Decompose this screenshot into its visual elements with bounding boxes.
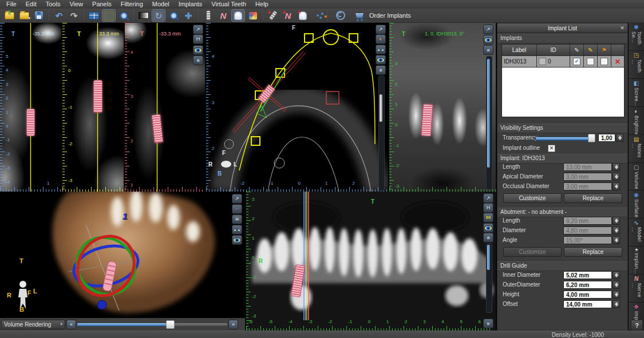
- zoom-select-button[interactable]: [117, 9, 131, 22]
- side-tab-tooth-library[interactable]: ◳Tooth ...: [629, 51, 644, 79]
- implant-outline-checkbox[interactable]: ✕: [548, 145, 555, 152]
- order-implants-button[interactable]: [353, 9, 366, 22]
- volume-slider[interactable]: [77, 323, 227, 326]
- skull-visibility-button[interactable]: ☠: [232, 214, 242, 224]
- transparency-spinner[interactable]: [616, 134, 623, 142]
- slice-indicator-line[interactable]: [157, 23, 157, 192]
- id-checkbox[interactable]: [539, 58, 546, 65]
- slice-step-back-button[interactable]: «: [66, 320, 76, 329]
- implant-screw[interactable]: [26, 109, 35, 136]
- volume-3d-viewport[interactable]: T R F L B 1 ↗ ✂ ☠ ▲▲ Volume Rendering ▾ …: [0, 192, 245, 331]
- menu-item[interactable]: Panels: [88, 0, 116, 9]
- visibility-button[interactable]: [483, 35, 493, 45]
- field-value[interactable]: 14,00 mm: [563, 300, 612, 308]
- field-spinner[interactable]: [613, 300, 620, 308]
- expand-view-button[interactable]: ↗: [376, 25, 386, 34]
- open-button[interactable]: ▾: [17, 9, 31, 22]
- axial-arch-viewport[interactable]: 4321 -2-1012 F F R L B ↗ ◐ ▲▲ «: [206, 23, 388, 192]
- cross-section-viewport-2[interactable]: 0-1-2-3 T 33.3 mm: [62, 23, 124, 192]
- highlighter-icon[interactable]: ✎: [584, 45, 598, 56]
- abutment-replace-button[interactable]: Replace: [564, 247, 622, 257]
- field-value[interactable]: 6,20 mm: [563, 281, 612, 289]
- help-button[interactable]: ?: [631, 320, 643, 331]
- zoom-button[interactable]: [167, 9, 180, 22]
- panel-title[interactable]: Implant List ✕: [497, 23, 627, 33]
- menu-item[interactable]: Implants: [175, 0, 207, 9]
- field-spinner[interactable]: [613, 182, 620, 190]
- scroll-down-button[interactable]: «: [483, 319, 493, 328]
- expand-view-button[interactable]: ↗: [193, 25, 203, 34]
- menu-item[interactable]: View: [65, 0, 87, 9]
- visibility-button[interactable]: [193, 45, 203, 55]
- cross-section-viewport-3[interactable]: 4321 T -33.3 mm ↗ H «: [125, 23, 205, 192]
- field-spinner[interactable]: [613, 226, 620, 234]
- surface-scan-button[interactable]: [334, 9, 347, 22]
- side-tab-notes[interactable]: ▤Notes ...: [629, 135, 644, 163]
- field-spinner[interactable]: [613, 163, 620, 171]
- side-tab-tooth-segmentation[interactable]: ✽Tooth Se...: [629, 23, 644, 51]
- scroll-up-button[interactable]: «: [376, 65, 386, 75]
- sagittal-viewport[interactable]: 3210-1-2-3 T 1, 0, IDH3013, 0° ↗ «: [389, 23, 496, 192]
- field-value[interactable]: 5,02 mm: [563, 271, 612, 279]
- menu-item[interactable]: Filtering: [117, 0, 147, 9]
- side-tab-brightness[interactable]: ◐Brightne...: [629, 107, 644, 135]
- side-tab-surface[interactable]: ◉Surface...: [629, 190, 644, 218]
- model-tool-button[interactable]: [246, 9, 260, 22]
- implant-id-cell[interactable]: 0: [537, 56, 570, 67]
- implant-replace-button[interactable]: Replace: [564, 193, 622, 203]
- visibility-button[interactable]: [232, 235, 242, 245]
- menu-item[interactable]: Edit: [22, 0, 41, 9]
- contrast-button[interactable]: ◐: [376, 34, 386, 44]
- pin-checkbox[interactable]: [600, 58, 608, 65]
- field-value[interactable]: 3,00 mm: [563, 182, 612, 190]
- delete-implant-icon[interactable]: ✕: [615, 58, 621, 66]
- implant-label[interactable]: IDH3013: [502, 56, 537, 67]
- pin-icon[interactable]: ⚑: [598, 45, 611, 56]
- scroll-up-button[interactable]: «: [193, 55, 203, 65]
- field-value[interactable]: 9,20 mm: [563, 217, 612, 225]
- cross-section-viewport-1[interactable]: 543210-1-2-3-4-5 1 T -35.3 mm: [0, 23, 61, 192]
- slice-scrollbar[interactable]: [486, 243, 492, 313]
- visible-cell[interactable]: ✓: [570, 56, 584, 67]
- volume-slider-handle[interactable]: [166, 320, 175, 329]
- import-button[interactable]: ⇧: [2, 9, 16, 22]
- implant-row[interactable]: IDH3013 0 ✓ ✕: [502, 56, 624, 67]
- nerve-tool-button[interactable]: N: [216, 9, 230, 22]
- undo-button[interactable]: ↶: [52, 9, 66, 22]
- slice-step-forward-button[interactable]: »: [228, 320, 238, 329]
- transparency-slider[interactable]: [535, 137, 594, 141]
- panoramic-viewport[interactable]: 3210-1-2-3 -6-5-4-3-2-10123456 T R ↗ H ⋈…: [246, 192, 496, 331]
- link-views-button[interactable]: H: [193, 34, 203, 44]
- field-value[interactable]: 4,80 mm: [563, 226, 612, 234]
- highlight-checkbox[interactable]: [587, 58, 594, 65]
- menu-item[interactable]: Virtual Teeth: [207, 0, 250, 9]
- field-spinner[interactable]: [613, 217, 620, 225]
- transparency-slider-handle[interactable]: [588, 134, 595, 142]
- field-spinner[interactable]: [613, 281, 620, 289]
- field-spinner[interactable]: [613, 291, 620, 299]
- scrollbar-thumb[interactable]: [487, 245, 490, 270]
- pencil-icon[interactable]: ✎: [570, 45, 584, 56]
- implant-screw[interactable]: [93, 80, 102, 113]
- filters-button[interactable]: [102, 9, 116, 22]
- layout-button[interactable]: [87, 9, 101, 22]
- cut-tool-button[interactable]: ✂: [232, 204, 242, 214]
- delete-cell[interactable]: ✕: [611, 56, 624, 67]
- visibility-button[interactable]: [376, 55, 386, 65]
- field-value[interactable]: 15,00°: [563, 236, 612, 244]
- field-value[interactable]: 3,00 mm: [563, 173, 612, 181]
- flip-button[interactable]: ⋈: [483, 213, 493, 222]
- profile-button[interactable]: ▲▲: [376, 45, 386, 54]
- scrollbar-thumb[interactable]: [380, 94, 382, 122]
- expand-view-button[interactable]: ↗: [232, 194, 242, 204]
- side-tab-nerve[interactable]: NNerve ...: [629, 275, 644, 303]
- implant-tool-button[interactable]: [202, 9, 215, 22]
- visible-checkbox[interactable]: ✓: [573, 58, 580, 65]
- menu-item[interactable]: Model: [148, 0, 173, 9]
- field-spinner[interactable]: [613, 173, 620, 181]
- add-nerve-button[interactable]: N+: [281, 9, 295, 22]
- pin-cell[interactable]: [598, 56, 611, 67]
- expand-view-button[interactable]: ↗: [483, 193, 493, 203]
- profile-button[interactable]: ▲▲: [232, 225, 242, 234]
- scroll-up-button[interactable]: «: [483, 233, 493, 242]
